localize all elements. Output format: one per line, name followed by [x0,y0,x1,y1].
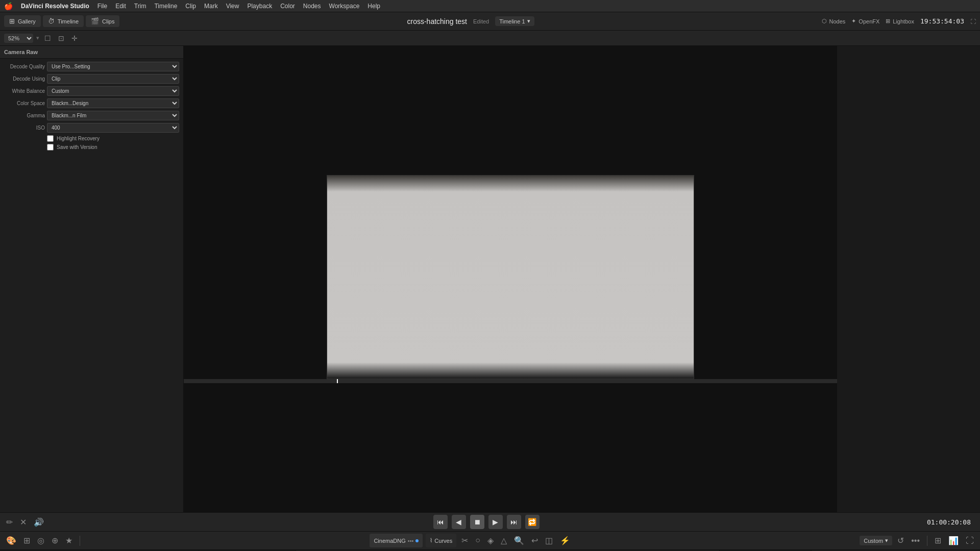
curves-tab[interactable]: ⌇ Curves [426,534,456,547]
viewer-mode-1[interactable]: ☐ [42,33,53,43]
viewer-area [184,46,837,512]
timeline-select[interactable]: Timeline 1 ▾ [495,16,534,26]
timeline-button[interactable]: ⏱ Timeline [43,15,84,27]
tool-2[interactable]: ✂ [459,534,470,547]
step-back-button[interactable]: ◀ [452,515,466,529]
white-balance-label: White Balance [4,88,45,94]
tool-8[interactable]: ◫ [543,534,555,547]
playback-controls: ✏ ✕ 🔊 ⏮ ◀ ⏹ ▶ ⏭ 🔁 01:00:20:08 [0,512,980,532]
scrubber-handle[interactable] [337,379,338,383]
menu-edit[interactable]: Edit [115,3,126,10]
top-toolbar: ⊞ Gallery ⏱ Timeline 🎬 Clips cross-hatch… [0,12,980,31]
color-space-label: Color Space [4,101,45,106]
nodes-icon: ⬡ [822,18,827,24]
custom-mode-select[interactable]: Custom ▾ [860,536,892,545]
tool-6[interactable]: 🔍 [512,534,526,547]
white-balance-select[interactable]: Custom [47,86,179,96]
tool-5[interactable]: △ [499,534,509,547]
menu-color[interactable]: Color [280,3,295,10]
color-tool-3[interactable]: ◎ [35,534,46,547]
decode-using-label: Decode Using [4,76,45,82]
camera-raw-section: Decode Quality Use Pro...Setting Decode … [0,59,183,156]
menu-trim[interactable]: Trim [134,3,146,10]
menu-bar: 🍎 DaVinci Resolve Studio File Edit Trim … [0,0,980,12]
app-name: DaVinci Resolve Studio [21,3,89,10]
menu-mark[interactable]: Mark [204,3,218,10]
close-icon[interactable]: ✕ [18,515,29,529]
go-to-start-button[interactable]: ⏮ [433,515,448,529]
reset-icon[interactable]: ↺ [895,534,906,547]
color-tool-4[interactable]: ⊕ [50,534,60,547]
menu-workspace[interactable]: Workspace [329,3,360,10]
color-tool-star[interactable]: ★ [63,534,75,547]
scrubber-bar[interactable] [184,379,837,383]
play-button[interactable]: ▶ [488,515,503,529]
nodes-button[interactable]: ⬡ Nodes [822,18,846,24]
color-toolbar: 🎨 ⊞ ◎ ⊕ ★ CinemaDNG ••• ⌇ Curves ✂ ○ ◈ △… [0,532,980,550]
video-frame [327,175,694,379]
color-space-row: Color Space Blackm...Design [4,98,179,108]
top-timecode: 19:53:54:03 [920,17,964,25]
decode-using-select[interactable]: Clip [47,74,179,84]
openfx-button[interactable]: ✦ OpenFX [851,18,879,24]
viewer-mode-2[interactable]: ⊡ [56,33,66,43]
white-balance-row: White Balance Custom [4,86,179,96]
more-options-icon[interactable]: ••• [909,534,922,547]
clips-button[interactable]: 🎬 Clips [86,15,119,27]
left-panel: Camera Raw Decode Quality Use Pro...Sett… [0,46,184,512]
clips-icon: 🎬 [91,17,99,25]
stop-button[interactable]: ⏹ [470,515,484,529]
main-area: Camera Raw Decode Quality Use Pro...Sett… [0,46,980,512]
menu-nodes[interactable]: Nodes [303,3,321,10]
menu-file[interactable]: File [97,3,107,10]
loop-button[interactable]: 🔁 [525,515,540,529]
lightbox-button[interactable]: ⊞ Lightbox [886,18,914,24]
tool-4[interactable]: ◈ [485,534,496,547]
color-tool-1[interactable]: 🎨 [4,534,18,547]
playback-timecode: 01:00:20:08 [927,518,976,526]
save-with-version-label: Save with Version [57,144,97,150]
decode-using-row: Decode Using Clip [4,74,179,84]
toolbar-separator-1 [80,536,80,546]
iso-label: ISO [4,125,45,131]
expand-icon-2[interactable]: ⛶ [964,534,976,547]
chevron-down-icon: ▾ [527,18,530,24]
color-space-select[interactable]: Blackm...Design [47,98,179,108]
viewer-toolbar: 52% 100% Fit ▾ ☐ ⊡ ✛ [0,31,980,46]
highlight-recovery-row: Highlight Recovery [4,135,179,142]
highlight-recovery-checkbox[interactable] [47,135,54,142]
menu-timeline[interactable]: Timeline [154,3,177,10]
gamma-label: Gamma [4,113,45,118]
pencil-icon[interactable]: ✏ [4,515,15,529]
menu-clip[interactable]: Clip [185,3,196,10]
curves-label: Curves [434,538,452,544]
edited-badge: Edited [473,18,489,24]
tool-3[interactable]: ○ [473,534,482,547]
gallery-button[interactable]: ⊞ Gallery [4,15,41,27]
zoom-select[interactable]: 52% 100% Fit [4,34,33,43]
compare-icon[interactable]: ⊞ [933,534,943,547]
gamma-select[interactable]: Blackm...n Film [47,111,179,120]
go-to-end-button[interactable]: ⏭ [507,515,521,529]
viewer-mode-3[interactable]: ✛ [69,33,80,43]
openfx-icon: ✦ [851,18,856,24]
lightbox-icon: ⊞ [886,18,890,24]
toolbar-center: cross-hatching test Edited Timeline 1 ▾ [121,16,819,26]
save-with-version-checkbox[interactable] [47,144,54,151]
ct-right: Custom ▾ ↺ ••• ⊞ 📊 ⛶ [860,534,976,547]
tool-9[interactable]: ⚡ [558,534,572,547]
menu-help[interactable]: Help [368,3,380,10]
graph-icon[interactable]: 📊 [946,534,961,547]
decode-quality-select[interactable]: Use Pro...Setting [47,62,179,71]
menu-playback[interactable]: Playback [247,3,272,10]
color-tool-2[interactable]: ⊞ [21,534,32,547]
dot-indicator [415,539,419,542]
save-with-version-row: Save with Version [4,144,179,151]
menu-view[interactable]: View [226,3,239,10]
speaker-icon[interactable]: 🔊 [32,515,46,529]
expand-icon[interactable]: ⛶ [970,18,976,24]
pc-center: ⏮ ◀ ⏹ ▶ ⏭ 🔁 [48,515,925,529]
cinedng-tab[interactable]: CinemaDNG ••• [370,534,423,547]
iso-select[interactable]: 400 [47,123,179,133]
tool-7[interactable]: ↩ [529,534,540,547]
